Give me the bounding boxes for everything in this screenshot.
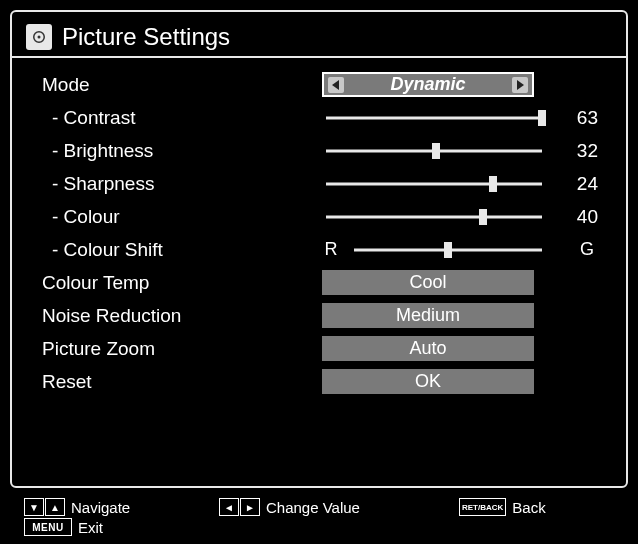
menu-key-icon: MENU [24,518,72,536]
row-colour[interactable]: - Colour 40 [42,200,600,233]
left-key-icon: ◄ [219,498,239,516]
down-key-icon: ▼ [24,498,44,516]
row-colour-shift[interactable]: - Colour Shift R G [42,233,600,266]
contrast-slider[interactable]: 63 [322,107,600,129]
svg-marker-3 [517,80,524,90]
mode-value: Dynamic [344,74,512,95]
label-mode: Mode [42,74,322,96]
label-noise-reduction: Noise Reduction [42,305,322,327]
colour-value: 40 [556,206,600,228]
svg-marker-2 [332,80,339,90]
picture-zoom-value[interactable]: Auto [322,336,534,361]
label-brightness: - Brightness [42,140,322,162]
colour-slider[interactable]: 40 [322,206,600,228]
svg-point-1 [38,36,41,39]
control-mode: Dynamic [322,72,600,97]
mode-select[interactable]: Dynamic [322,72,534,97]
row-noise-reduction[interactable]: Noise Reduction Medium [42,299,600,332]
brightness-slider[interactable]: 32 [322,140,600,162]
label-colour-shift: - Colour Shift [42,239,322,261]
ret-back-key-icon: RET/BACK [459,498,506,516]
hint-exit: MENU Exit [24,518,103,536]
picture-settings-icon [26,24,52,50]
row-mode[interactable]: Mode Dynamic [42,68,600,101]
label-picture-zoom: Picture Zoom [42,338,322,360]
label-sharpness: - Sharpness [42,173,322,195]
contrast-value: 63 [556,107,600,129]
brightness-value: 32 [556,140,600,162]
sharpness-value: 24 [556,173,600,195]
colour-shift-left: R [322,239,340,260]
reset-button[interactable]: OK [322,369,534,394]
row-contrast[interactable]: - Contrast 63 [42,101,600,134]
mode-prev-icon[interactable] [328,77,344,93]
hint-change-value: ◄ ► Change Value [219,498,459,516]
page-title: Picture Settings [62,23,230,51]
colour-shift-slider[interactable]: R G [322,239,600,260]
colour-temp-value[interactable]: Cool [322,270,534,295]
row-reset[interactable]: Reset OK [42,365,600,398]
row-picture-zoom[interactable]: Picture Zoom Auto [42,332,600,365]
colour-shift-right: G [556,239,600,260]
mode-next-icon[interactable] [512,77,528,93]
settings-window: Picture Settings Mode Dynamic - Contrast [10,10,628,488]
right-key-icon: ► [240,498,260,516]
label-reset: Reset [42,371,322,393]
up-key-icon: ▲ [45,498,65,516]
label-colour: - Colour [42,206,322,228]
settings-list: Mode Dynamic - Contrast 63 [12,58,626,398]
footer-hints: ▼ ▲ Navigate ◄ ► Change Value RET/BACK B… [10,498,628,536]
hint-navigate: ▼ ▲ Navigate [24,498,219,516]
row-sharpness[interactable]: - Sharpness 24 [42,167,600,200]
label-colour-temp: Colour Temp [42,272,322,294]
noise-reduction-value[interactable]: Medium [322,303,534,328]
label-contrast: - Contrast [42,107,322,129]
hint-back: RET/BACK Back [459,498,546,516]
row-colour-temp[interactable]: Colour Temp Cool [42,266,600,299]
row-brightness[interactable]: - Brightness 32 [42,134,600,167]
sharpness-slider[interactable]: 24 [322,173,600,195]
title-bar: Picture Settings [12,12,626,58]
